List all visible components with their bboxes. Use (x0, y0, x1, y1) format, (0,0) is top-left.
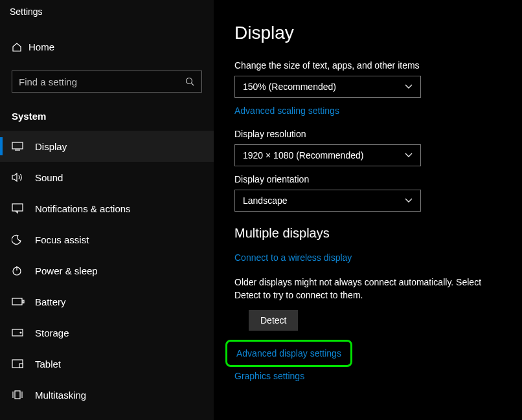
svg-point-0 (187, 78, 192, 83)
nav-item-label: Tablet (35, 359, 61, 370)
highlight-annotation: Advanced display settings (225, 340, 352, 367)
tablet-icon (12, 359, 35, 368)
main-content: Display Change the size of text, apps, a… (214, 0, 522, 420)
nav-item-storage[interactable]: Storage (0, 317, 214, 348)
svg-rect-12 (19, 364, 23, 368)
multitasking-icon (12, 390, 35, 399)
focus-assist-icon (12, 234, 35, 245)
chevron-down-icon (405, 153, 413, 158)
left-pane: Settings Home System Display (0, 0, 214, 420)
search-icon (185, 77, 195, 87)
resolution-value: 1920 × 1080 (Recommended) (243, 150, 363, 160)
nav-item-notifications[interactable]: Notifications & actions (0, 193, 214, 224)
advanced-scaling-link[interactable]: Advanced scaling settings (234, 105, 339, 116)
search-input[interactable] (19, 76, 185, 87)
wireless-display-link[interactable]: Connect to a wireless display (234, 252, 352, 263)
chevron-down-icon (405, 84, 413, 89)
svg-rect-8 (23, 300, 24, 303)
display-icon (12, 142, 35, 151)
window-title: Settings (0, 6, 214, 35)
search-wrap (12, 71, 202, 93)
nav-item-label: Notifications & actions (35, 203, 131, 214)
scale-label: Change the size of text, apps, and other… (234, 60, 509, 71)
nav-item-focus-assist[interactable]: Focus assist (0, 224, 214, 255)
svg-line-1 (192, 83, 194, 85)
nav-home-label: Home (28, 41, 54, 52)
multiple-displays-heading: Multiple displays (234, 226, 509, 241)
battery-icon (12, 298, 35, 305)
chevron-down-icon (405, 198, 413, 203)
svg-rect-2 (12, 142, 23, 149)
nav-item-label: Multitasking (35, 390, 86, 401)
storage-icon (12, 329, 35, 337)
detect-button[interactable]: Detect (249, 310, 298, 331)
svg-point-10 (20, 332, 21, 333)
nav-item-label: Focus assist (35, 234, 89, 245)
svg-rect-4 (12, 204, 23, 211)
orientation-value: Landscape (243, 195, 288, 206)
graphics-settings-link[interactable]: Graphics settings (234, 371, 304, 381)
nav-item-label: Display (35, 141, 67, 152)
nav-item-display[interactable]: Display (0, 131, 214, 162)
nav-item-label: Power & sleep (35, 265, 98, 276)
scale-dropdown[interactable]: 150% (Recommended) (234, 76, 421, 98)
resolution-label: Display resolution (234, 129, 509, 139)
nav-item-label: Battery (35, 296, 66, 307)
svg-rect-7 (12, 298, 22, 305)
nav-item-battery[interactable]: Battery (0, 286, 214, 317)
power-icon (12, 265, 35, 276)
advanced-display-settings-link[interactable]: Advanced display settings (236, 348, 341, 359)
nav-item-label: Sound (35, 172, 63, 183)
detect-note: Older displays might not always connect … (234, 276, 506, 302)
nav-item-label: Storage (35, 327, 69, 338)
nav-item-tablet[interactable]: Tablet (0, 348, 214, 379)
home-icon (12, 42, 28, 52)
notifications-icon (12, 203, 35, 214)
resolution-dropdown[interactable]: 1920 × 1080 (Recommended) (234, 144, 421, 166)
nav-item-sound[interactable]: Sound (0, 162, 214, 193)
sound-icon (12, 172, 35, 182)
orientation-dropdown[interactable]: Landscape (234, 190, 421, 212)
search-box[interactable] (12, 71, 202, 93)
svg-rect-14 (15, 391, 20, 399)
scale-value: 150% (Recommended) (243, 82, 336, 92)
section-header: System (0, 105, 214, 131)
orientation-label: Display orientation (234, 174, 509, 184)
page-title: Display (234, 23, 509, 43)
nav-item-multitasking[interactable]: Multitasking (0, 379, 214, 410)
nav-home[interactable]: Home (0, 35, 214, 59)
nav-item-power-sleep[interactable]: Power & sleep (0, 255, 214, 286)
